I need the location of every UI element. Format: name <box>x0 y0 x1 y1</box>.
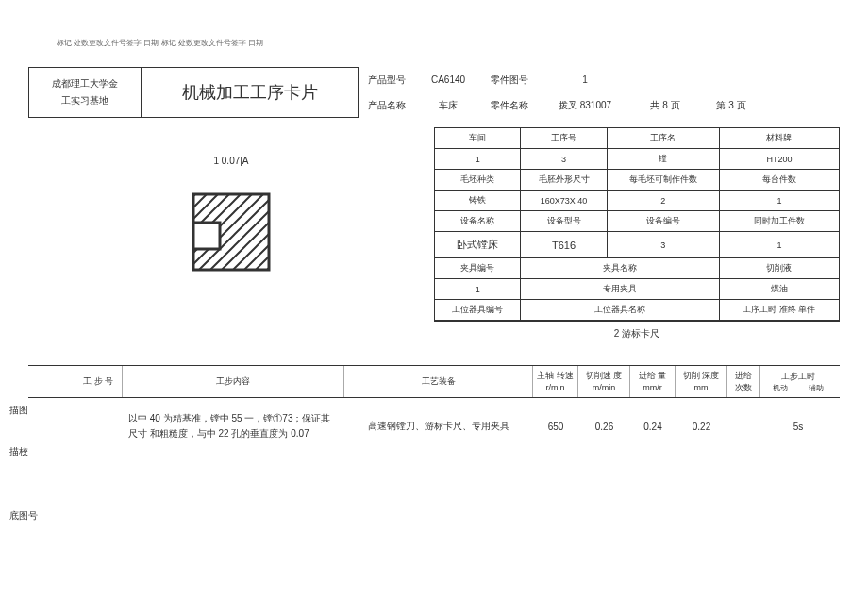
per-unit-label: 每台件数 <box>719 170 839 191</box>
section-hatch-icon <box>189 190 274 274</box>
fixture-no-val: 1 <box>435 279 521 300</box>
table-row: 夹具编号 夹具名称 切削液 <box>435 258 840 279</box>
product-model-label: 产品型号 <box>359 70 415 91</box>
material-val: HT200 <box>719 149 839 170</box>
workshop-val: 1 <box>435 149 521 170</box>
per-unit-val: 1 <box>719 191 839 211</box>
side-label-miaotu: 描图 <box>9 404 28 417</box>
vernier-caliper-row: 2 游标卡尺 <box>434 321 840 346</box>
card-title: 机械加工工序卡片 <box>142 67 359 118</box>
table-row: 工位器具编号 工位器具名称 工序工时 准终 单件 <box>435 300 840 321</box>
table-row: 设备名称 设备型号 设备编号 同时加工件数 <box>435 211 840 232</box>
equip-no-label: 设备编号 <box>607 211 719 232</box>
step-rpm: 650 <box>533 422 578 432</box>
svg-rect-1 <box>193 223 220 249</box>
table-row: 铸铁 160X73X 40 2 1 <box>435 191 840 211</box>
step-cutspeed: 0.26 <box>578 422 630 432</box>
part-drawing-label: 零件图号 <box>481 70 538 91</box>
part-name: 拨叉 831007 <box>538 95 632 116</box>
material-label: 材料牌 <box>719 128 839 149</box>
page-no: 第 3 页 <box>698 95 764 116</box>
middle-section: 1 0.07|A 车间 工序号 工序名 材料牌 1 3 镗 <box>28 127 840 346</box>
table-row: 1 3 镗 HT200 <box>435 149 840 170</box>
part-drawing: 1 <box>538 71 632 89</box>
col-time-label: 工步工时 机动 辅助 <box>760 366 836 397</box>
revision-note: 标记 处数更改文件号签字 日期 标记 处数更改文件号签字 日期 <box>57 38 840 48</box>
col-passes-label: 进给次数 <box>727 366 760 397</box>
col-equip-label: 工艺装备 <box>344 366 533 397</box>
coolant-label: 切削液 <box>719 258 839 279</box>
step-row: 以中 40 为精基准，镗中 55 一，镗①73；保证其尺寸 和粗糙度，与中 22… <box>28 398 840 455</box>
part-name-label: 零件名称 <box>481 95 538 116</box>
coolant-val: 煤油 <box>719 279 839 300</box>
per-blank-val: 2 <box>607 191 719 211</box>
col-rpm-label: 主轴 转速r/min <box>533 366 578 397</box>
process-no-label: 工序号 <box>521 128 607 149</box>
equip-name-label: 设备名称 <box>435 211 521 232</box>
product-name-label: 产品名称 <box>359 95 415 116</box>
step-feed: 0.24 <box>630 422 676 432</box>
col-stepno-label: 工 步 号 <box>75 366 123 397</box>
table-row: 毛坯种类 毛胚外形尺寸 每毛坯可制作件数 每台件数 <box>435 170 840 191</box>
col-depth-label: 切削 深度mm <box>676 366 727 397</box>
side-label-ditu: 底图号 <box>9 509 38 522</box>
table-row: 卧式镗床 T616 3 1 <box>435 232 840 258</box>
school-line1: 成都理工大学金 <box>52 75 118 92</box>
school-cell: 成都理工大学金 工实习基地 <box>28 67 142 118</box>
station-no-label: 工位器具编号 <box>435 300 521 321</box>
blank-size-label: 毛胚外形尺寸 <box>521 170 607 191</box>
col-content-label: 工步内容 <box>123 366 344 397</box>
product-name: 车床 <box>415 95 481 116</box>
equip-model-label: 设备型号 <box>521 211 607 232</box>
blank-size-val: 160X73X 40 <box>521 191 607 211</box>
model-block: 产品型号 CA6140 零件图号 1 产品名称 车床 零件名称 拨叉 83100… <box>359 67 840 118</box>
col-feed-label: 进给 量mm/r <box>630 366 676 397</box>
blank-type-val: 铸铁 <box>435 191 521 211</box>
dimension-text: 1 0.07|A <box>213 156 248 166</box>
concurrent-label: 同时加工件数 <box>719 211 839 232</box>
fixture-name-label: 夹具名称 <box>521 258 720 279</box>
process-name-label: 工序名 <box>607 128 719 149</box>
left-diagram: 1 0.07|A <box>28 127 434 346</box>
info-table: 车间 工序号 工序名 材料牌 1 3 镗 HT200 毛坯种类 毛胚外形尺寸 每… <box>434 127 840 321</box>
process-name-val: 镗 <box>607 149 719 170</box>
step-content: 以中 40 为精基准，镗中 55 一，镗①73；保证其尺寸 和粗糙度，与中 22… <box>123 411 344 441</box>
station-name-label: 工位器具名称 <box>521 300 720 321</box>
workshop-label: 车间 <box>435 128 521 149</box>
fixture-name-val: 专用夹具 <box>521 279 720 300</box>
fixture-no-label: 夹具编号 <box>435 258 521 279</box>
equip-no-val: 3 <box>607 232 719 258</box>
step-time: 5s <box>760 422 836 432</box>
process-no-val: 3 <box>521 149 607 170</box>
side-label-miaojiao: 描校 <box>9 445 28 458</box>
equip-name-val: 卧式镗床 <box>435 232 521 258</box>
blank-type-label: 毛坯种类 <box>435 170 521 191</box>
table-row: 车间 工序号 工序名 材料牌 <box>435 128 840 149</box>
time-sub1: 机动 <box>762 383 798 393</box>
step-equip: 高速钢镗刀、游标卡尺、专用夹具 <box>344 420 533 433</box>
process-time-label: 工序工时 准终 单件 <box>719 300 839 321</box>
school-line2: 工实习基地 <box>61 92 108 109</box>
col-cutspeed-label: 切削速 度m/min <box>578 366 630 397</box>
steps-header: 工 步 号 工步内容 工艺装备 主轴 转速r/min 切削速 度m/min 进给… <box>28 365 840 398</box>
product-model: CA6140 <box>415 71 481 89</box>
table-row: 1 专用夹具 煤油 <box>435 279 840 300</box>
concurrent-val: 1 <box>719 232 839 258</box>
pages-label: 共 8 页 <box>632 95 698 116</box>
header-row: 成都理工大学金 工实习基地 机械加工工序卡片 产品型号 CA6140 零件图号 … <box>28 67 840 118</box>
right-info-tables: 车间 工序号 工序名 材料牌 1 3 镗 HT200 毛坯种类 毛胚外形尺寸 每… <box>434 127 840 346</box>
step-depth: 0.22 <box>676 422 727 432</box>
equip-model-val: T616 <box>521 232 607 258</box>
time-sub2: 辅助 <box>798 383 834 393</box>
per-blank-label: 每毛坯可制作件数 <box>607 170 719 191</box>
